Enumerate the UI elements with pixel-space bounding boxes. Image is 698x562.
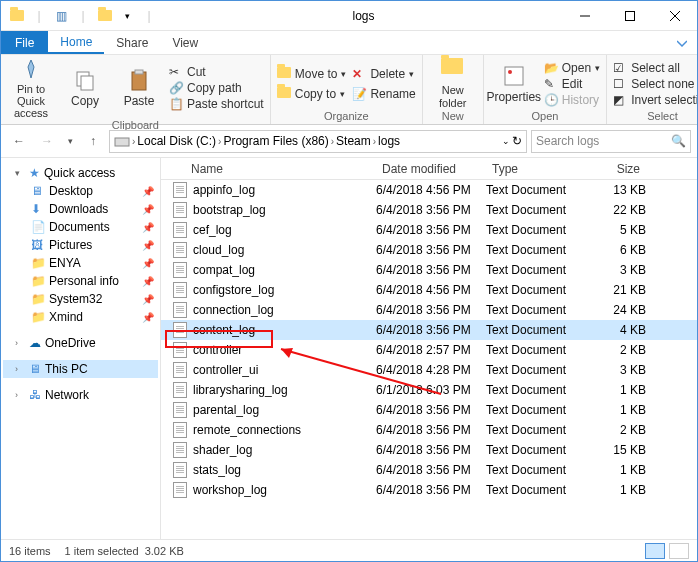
invert-selection-button[interactable]: ◩Invert selection	[613, 93, 698, 107]
sidebar-item[interactable]: 📄Documents📌	[3, 218, 158, 236]
breadcrumb[interactable]: › Local Disk (C:)› Program Files (x86)› …	[109, 130, 527, 153]
forward-button[interactable]: →	[35, 129, 59, 153]
file-size: 21 KB	[586, 283, 646, 297]
pin-quick-access-button[interactable]: Pin to Quick access	[7, 57, 55, 119]
file-row[interactable]: compat_log6/4/2018 3:56 PMText Document3…	[161, 260, 697, 280]
file-size: 2 KB	[586, 343, 646, 357]
breadcrumb-segment[interactable]: Steam›	[336, 134, 376, 148]
sidebar-item[interactable]: 🖥Desktop📌	[3, 182, 158, 200]
move-to-icon	[277, 67, 291, 81]
file-type: Text Document	[486, 483, 586, 497]
sidebar-onedrive[interactable]: ›☁OneDrive	[3, 334, 158, 352]
sidebar-item[interactable]: 📁Xmind📌	[3, 308, 158, 326]
tab-share[interactable]: Share	[104, 31, 160, 54]
sidebar-this-pc[interactable]: ›🖥This PC	[3, 360, 158, 378]
file-row[interactable]: remote_connections6/4/2018 3:56 PMText D…	[161, 420, 697, 440]
sidebar-item[interactable]: 📁System32📌	[3, 290, 158, 308]
file-type: Text Document	[486, 383, 586, 397]
edit-icon: ✎	[544, 77, 558, 91]
search-input[interactable]: Search logs 🔍	[531, 130, 691, 153]
properties-button[interactable]: Properties	[490, 57, 538, 110]
breadcrumb-segment[interactable]: Local Disk (C:)›	[137, 134, 221, 148]
search-icon: 🔍	[671, 134, 686, 148]
file-row[interactable]: shader_log6/4/2018 3:56 PMText Document1…	[161, 440, 697, 460]
properties-icon[interactable]: ▥	[53, 8, 69, 24]
file-row[interactable]: workshop_log6/4/2018 3:56 PMText Documen…	[161, 480, 697, 500]
file-icon	[173, 322, 187, 338]
file-row[interactable]: cloud_log6/4/2018 3:56 PMText Document6 …	[161, 240, 697, 260]
cut-button[interactable]: ✂Cut	[169, 65, 264, 79]
file-name: workshop_log	[193, 483, 267, 497]
sidebar-item[interactable]: ⬇Downloads📌	[3, 200, 158, 218]
file-row[interactable]: cef_log6/4/2018 3:56 PMText Document5 KB	[161, 220, 697, 240]
file-name: controller	[193, 343, 242, 357]
pin-icon: 📌	[142, 204, 154, 215]
file-row[interactable]: appinfo_log6/4/2018 4:56 PMText Document…	[161, 180, 697, 200]
ribbon-group-clipboard: Pin to Quick access Copy Paste ✂Cut 🔗Cop…	[1, 55, 271, 124]
file-row[interactable]: parental_log6/4/2018 3:56 PMText Documen…	[161, 400, 697, 420]
file-icon	[173, 362, 187, 378]
file-row[interactable]: librarysharing_log6/1/2018 6:03 PMText D…	[161, 380, 697, 400]
file-row[interactable]: controller6/4/2018 2:57 PMText Document2…	[161, 340, 697, 360]
move-to-button[interactable]: Move to▾	[277, 67, 347, 81]
sidebar-item-label: Personal info	[49, 274, 119, 288]
file-row[interactable]: content_log6/4/2018 3:56 PMText Document…	[161, 320, 697, 340]
select-none-button[interactable]: ☐Select none	[613, 77, 698, 91]
minimize-button[interactable]	[562, 1, 607, 31]
history-button[interactable]: 🕒History	[544, 93, 600, 107]
file-date: 6/4/2018 3:56 PM	[376, 223, 486, 237]
copy-button[interactable]: Copy	[61, 57, 109, 119]
file-row[interactable]: configstore_log6/4/2018 4:56 PMText Docu…	[161, 280, 697, 300]
open-button[interactable]: 📂Open▾	[544, 61, 600, 75]
file-type: Text Document	[486, 423, 586, 437]
paste-button[interactable]: Paste	[115, 57, 163, 119]
edit-button[interactable]: ✎Edit	[544, 77, 600, 91]
file-row[interactable]: bootstrap_log6/4/2018 3:56 PMText Docume…	[161, 200, 697, 220]
file-row[interactable]: stats_log6/4/2018 3:56 PMText Document1 …	[161, 460, 697, 480]
copy-path-button[interactable]: 🔗Copy path	[169, 81, 264, 95]
back-button[interactable]: ←	[7, 129, 31, 153]
tab-home[interactable]: Home	[48, 31, 104, 54]
file-type: Text Document	[486, 183, 586, 197]
select-all-button[interactable]: ☑Select all	[613, 61, 698, 75]
qat-dropdown-icon[interactable]	[97, 8, 113, 24]
breadcrumb-segment[interactable]: Program Files (x86)›	[223, 134, 334, 148]
file-name: configstore_log	[193, 283, 274, 297]
tab-file[interactable]: File	[1, 31, 48, 54]
close-button[interactable]	[652, 1, 697, 31]
paste-shortcut-button[interactable]: 📋Paste shortcut	[169, 97, 264, 111]
copy-to-button[interactable]: Copy to▾	[277, 87, 347, 101]
pin-icon: 📌	[142, 258, 154, 269]
file-row[interactable]: controller_ui6/4/2018 4:28 PMText Docume…	[161, 360, 697, 380]
new-folder-button[interactable]: New folder	[429, 57, 477, 110]
file-date: 6/4/2018 4:28 PM	[376, 363, 486, 377]
column-type[interactable]: Type	[486, 162, 586, 176]
ribbon-collapse-button[interactable]	[667, 31, 697, 54]
breadcrumb-segment[interactable]: logs	[378, 134, 400, 148]
details-view-button[interactable]	[645, 543, 665, 559]
thumbnails-view-button[interactable]	[669, 543, 689, 559]
sidebar-network[interactable]: ›🖧Network	[3, 386, 158, 404]
sidebar-item[interactable]: 📁Personal info📌	[3, 272, 158, 290]
chevron-down-icon[interactable]: ▾	[119, 8, 135, 24]
up-button[interactable]: ↑	[81, 129, 105, 153]
file-date: 6/4/2018 4:56 PM	[376, 283, 486, 297]
maximize-button[interactable]	[607, 1, 652, 31]
refresh-button[interactable]: ↻	[512, 134, 522, 148]
tab-view[interactable]: View	[160, 31, 210, 54]
sidebar-item[interactable]: 📁ENYA📌	[3, 254, 158, 272]
column-date[interactable]: Date modified	[376, 162, 486, 176]
file-size: 15 KB	[586, 443, 646, 457]
file-row[interactable]: connection_log6/4/2018 3:56 PMText Docum…	[161, 300, 697, 320]
sidebar-quick-access[interactable]: ▾★Quick access	[3, 164, 158, 182]
rename-button[interactable]: 📝Rename	[352, 87, 415, 101]
status-item-count: 16 items	[9, 545, 51, 557]
column-name[interactable]: Name	[161, 162, 376, 176]
file-name: librarysharing_log	[193, 383, 288, 397]
sidebar-item[interactable]: 🖼Pictures📌	[3, 236, 158, 254]
recent-dropdown[interactable]: ▾	[63, 129, 77, 153]
file-icon	[173, 202, 187, 218]
column-size[interactable]: Size	[586, 162, 646, 176]
delete-button[interactable]: ✕Delete▾	[352, 67, 415, 81]
address-dropdown[interactable]: ⌄	[502, 136, 510, 146]
